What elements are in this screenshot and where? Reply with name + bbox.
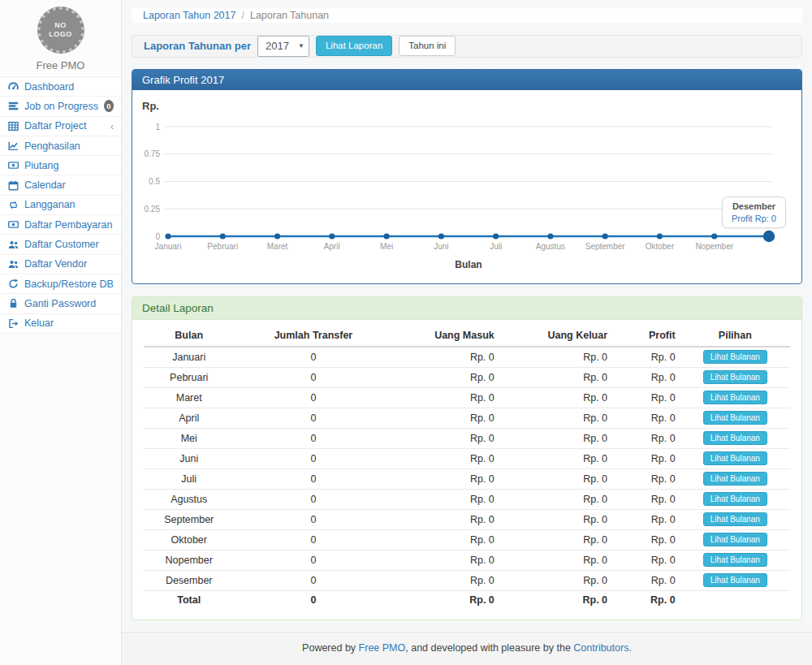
lock-icon [7, 298, 19, 309]
sidebar-item-daftar-pembayaran[interactable]: Daftar Pembayaran [0, 215, 121, 235]
sidebar-item-calendar[interactable]: Calendar [0, 175, 121, 195]
cell-month: Agustus [144, 489, 234, 509]
sidebar-item-backup-restore-db[interactable]: Backup/Restore DB [0, 274, 121, 294]
x-tick-label: Januari [155, 242, 182, 251]
sidebar-item-daftar-project[interactable]: Daftar Project‹ [0, 117, 121, 136]
logo-text-line2: LOGO [49, 30, 72, 39]
no-logo-badge: NO LOGO [37, 6, 84, 54]
table-row: Oktober0Rp. 0Rp. 0Rp. 0Lihat Bulanan [144, 529, 790, 550]
year-select[interactable]: 2017 [257, 36, 309, 57]
table-row: April0Rp. 0Rp. 0Rp. 0Lihat Bulanan [144, 408, 790, 428]
cell-uang-keluar: Rp. 0 [499, 489, 612, 509]
lihat-bulanan-button[interactable]: Lihat Bulanan [703, 573, 767, 587]
column-header-uang-masuk: Uang Masuk [392, 325, 499, 347]
column-header-pilihan: Pilihan [680, 325, 790, 347]
breadcrumb: Laporan Tahun 2017 / Laporan Tahunan [132, 8, 802, 23]
sidebar-item-job-on-progress[interactable]: Job on Progress0 [0, 97, 121, 116]
x-tick-label: Juni [434, 242, 448, 251]
cell-profit: Rp. 0 [612, 448, 680, 469]
sidebar-item-penghasilan[interactable]: Penghasilan [0, 136, 121, 156]
table-row: Nopember0Rp. 0Rp. 0Rp. 0Lihat Bulanan [144, 550, 790, 570]
breadcrumb-link-laporan-tahun[interactable]: Laporan Tahun 2017 [143, 10, 235, 21]
chevron-left-icon: ‹ [110, 121, 114, 132]
cell-transfer: 0 [234, 408, 392, 428]
lihat-laporan-button[interactable]: Lihat Laporan [316, 36, 392, 56]
refresh-icon [7, 279, 19, 289]
profit-line-chart[interactable]: Rp.10.750.50.250JanuariPebruariMaretApri… [132, 90, 801, 283]
sidebar-item-label: Dashboard [24, 81, 74, 93]
cell-uang-keluar: Rp. 0 [499, 550, 612, 570]
sidebar-item-label: Backup/Restore DB [24, 279, 114, 290]
sidebar-item-label: Ganti Password [24, 298, 96, 309]
y-tick-label: 1 [155, 122, 160, 131]
detail-panel-title: Detail Laporan [132, 297, 801, 320]
cell-uang-masuk: Rp. 0 [392, 469, 499, 489]
users-icon [7, 259, 19, 270]
cell-profit: Rp. 0 [612, 347, 680, 368]
cell-uang-keluar: Rp. 0 [499, 428, 612, 448]
lihat-bulanan-button[interactable]: Lihat Bulanan [703, 553, 767, 567]
tooltip-month: Desember [732, 201, 776, 211]
data-point-januari [165, 233, 171, 239]
data-point-pebruari [220, 233, 226, 239]
retweet-icon [7, 200, 19, 210]
sidebar-item-daftar-customer[interactable]: Daftar Customer [0, 235, 121, 254]
cell-month: Desember [144, 570, 234, 590]
sidebar-item-piutang[interactable]: Piutang [0, 156, 121, 175]
app-window: NO LOGO Free PMO DashboardJob on Progres… [0, 0, 812, 665]
cell-uang-masuk: Rp. 0 [392, 408, 499, 428]
sidebar-item-langganan[interactable]: Langganan [0, 196, 121, 215]
column-header-bulan: Bulan [144, 325, 234, 347]
sidebar-item-label: Keluar [24, 317, 54, 329]
cell-uang-keluar: Rp. 0 [499, 448, 612, 469]
total-transfer: 0 [234, 590, 392, 610]
data-point-oktober [657, 233, 663, 239]
lihat-bulanan-button[interactable]: Lihat Bulanan [703, 472, 767, 486]
lihat-bulanan-button[interactable]: Lihat Bulanan [703, 370, 767, 384]
sidebar-item-ganti-password[interactable]: Ganti Password [0, 294, 121, 313]
cell-uang-keluar: Rp. 0 [499, 570, 612, 590]
cell-month: April [144, 408, 234, 428]
lihat-bulanan-button[interactable]: Lihat Bulanan [703, 451, 767, 465]
sidebar-item-daftar-vendor[interactable]: Daftar Vendor [0, 255, 121, 274]
column-header-jumlah-transfer: Jumlah Transfer [234, 325, 392, 347]
cell-profit: Rp. 0 [612, 489, 680, 509]
cell-uang-masuk: Rp. 0 [392, 367, 499, 387]
table-row: Juli0Rp. 0Rp. 0Rp. 0Lihat Bulanan [144, 469, 790, 489]
x-tick-label: April [324, 242, 340, 251]
y-tick-label: 0.75 [145, 149, 161, 158]
sidebar-item-label: Langganan [24, 199, 76, 210]
lihat-bulanan-button[interactable]: Lihat Bulanan [703, 431, 767, 445]
sidebar-item-label: Daftar Vendor [24, 258, 87, 270]
lihat-bulanan-button[interactable]: Lihat Bulanan [703, 411, 767, 425]
tahun-ini-button[interactable]: Tahun ini [399, 36, 456, 56]
x-tick-label: Pebruari [207, 242, 238, 251]
table-row: Desember0Rp. 0Rp. 0Rp. 0Lihat Bulanan [144, 570, 790, 590]
sidebar-item-label: Job on Progress [24, 101, 98, 112]
lihat-bulanan-button[interactable]: Lihat Bulanan [703, 391, 767, 404]
lihat-bulanan-button[interactable]: Lihat Bulanan [703, 533, 767, 546]
cell-profit: Rp. 0 [612, 529, 680, 550]
sidebar-item-dashboard[interactable]: Dashboard [0, 77, 121, 97]
breadcrumb-separator: / [241, 10, 244, 21]
data-point-nopember [711, 233, 717, 239]
cell-uang-keluar: Rp. 0 [499, 408, 612, 428]
sidebar-item-keluar[interactable]: Keluar [0, 314, 121, 334]
column-header-profit: Profit [612, 325, 680, 347]
sidebar-item-label: Daftar Customer [24, 239, 99, 250]
cell-transfer: 0 [234, 448, 392, 469]
sidebar-item-label: Calendar [24, 179, 66, 191]
y-axis-title: Rp. [142, 100, 159, 112]
cell-transfer: 0 [234, 347, 392, 368]
lihat-bulanan-button[interactable]: Lihat Bulanan [703, 512, 767, 526]
data-point-desember [763, 230, 775, 241]
cell-month: Mei [144, 428, 234, 448]
cell-uang-masuk: Rp. 0 [392, 570, 499, 590]
footer-link-contributors[interactable]: Contributors. [573, 642, 632, 654]
footer-link-free-pmo[interactable]: Free PMO [359, 642, 406, 654]
cell-uang-masuk: Rp. 0 [392, 387, 499, 408]
sidebar-menu: DashboardJob on Progress0Daftar Project‹… [0, 76, 121, 334]
data-point-juni [438, 233, 444, 239]
lihat-bulanan-button[interactable]: Lihat Bulanan [703, 350, 767, 364]
lihat-bulanan-button[interactable]: Lihat Bulanan [703, 492, 767, 506]
